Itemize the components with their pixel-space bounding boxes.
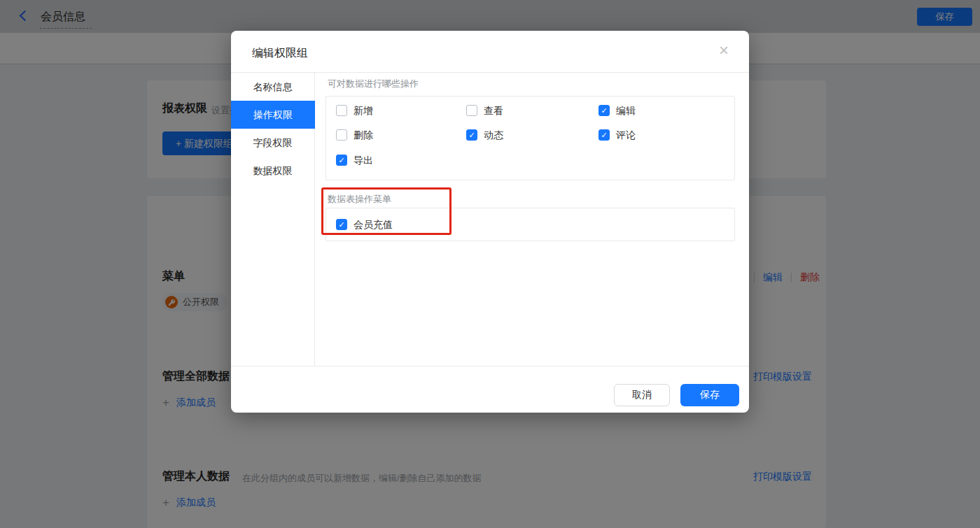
dialog-tab-list: 名称信息 操作权限 字段权限 数据权限 <box>231 73 315 366</box>
tab-data-permission[interactable]: 数据权限 <box>231 157 314 185</box>
table-menu-section-label: 数据表操作菜单 <box>328 193 391 206</box>
tab-operation-permission[interactable]: 操作权限 <box>231 101 315 129</box>
operations-section-label: 可对数据进行哪些操作 <box>328 78 419 90</box>
checkbox-icon: ✓ <box>336 129 347 141</box>
checkbox-icon: ✓ <box>466 129 477 141</box>
checkbox-icon: ✓ <box>598 105 610 116</box>
checkbox-member-recharge[interactable]: ✓会员充值 <box>336 219 393 230</box>
tab-field-permission[interactable]: 字段权限 <box>231 129 314 157</box>
table-menu-checkbox-group: ✓会员充值 <box>326 208 735 241</box>
checkbox-icon: ✓ <box>466 105 477 116</box>
checkbox-comment[interactable]: ✓评论 <box>598 129 636 141</box>
checkbox-icon: ✓ <box>598 129 610 141</box>
operations-checkbox-group: ✓新增 ✓查看 ✓编辑 ✓删除 ✓动态 ✓评论 ✓导出 <box>326 96 735 180</box>
checkbox-view[interactable]: ✓查看 <box>466 105 503 116</box>
checkbox-add[interactable]: ✓新增 <box>336 105 373 116</box>
dialog-header: 编辑权限组 × <box>231 31 749 73</box>
checkbox-icon: ✓ <box>336 219 347 230</box>
checkbox-edit[interactable]: ✓编辑 <box>598 105 636 116</box>
cancel-button[interactable]: 取消 <box>614 384 670 406</box>
checkbox-icon: ✓ <box>336 155 347 166</box>
tab-name-info[interactable]: 名称信息 <box>231 73 314 101</box>
checkbox-dynamic[interactable]: ✓动态 <box>466 129 503 141</box>
checkbox-export[interactable]: ✓导出 <box>336 155 373 166</box>
checkbox-delete[interactable]: ✓删除 <box>336 129 373 141</box>
dialog-close-icon[interactable]: × <box>719 42 729 59</box>
dialog-footer: 取消 保存 <box>231 366 749 413</box>
edit-permission-group-dialog: 编辑权限组 × 名称信息 操作权限 字段权限 数据权限 可对数据进行哪些操作 ✓… <box>231 31 749 413</box>
checkbox-icon: ✓ <box>336 105 347 116</box>
save-button[interactable]: 保存 <box>680 384 739 406</box>
dialog-title: 编辑权限组 <box>252 46 308 61</box>
